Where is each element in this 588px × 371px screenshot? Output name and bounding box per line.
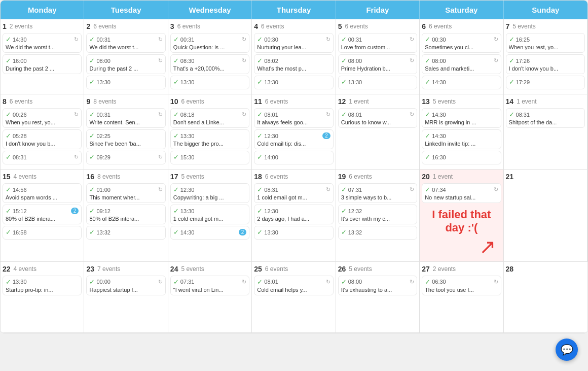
event-card[interactable]: ✓ 12:30Copywriting: a big ... (170, 183, 249, 203)
event-card[interactable]: ✓07:34↻No new startup sal... (422, 183, 501, 203)
event-card[interactable]: ✓ 13:30Startup pro-tip: in... (3, 276, 82, 295)
event-card[interactable]: ✓ 16:25When you rest, yo... (506, 33, 585, 53)
event-card[interactable]: ✓ 08:00↻Prime Hydration b... (338, 54, 417, 74)
day-cell-13: 135 events✓ 14:30MRR is growing in ...✓ … (420, 94, 503, 170)
repeat-icon: ↻ (410, 57, 414, 64)
event-time: ✓ 09:12 (89, 207, 111, 215)
event-card[interactable]: ✓ 12:302 days ago, I had a... (254, 205, 333, 224)
event-time: ✓ 00:00 (89, 278, 111, 286)
event-card[interactable]: ✓ 13:30 (86, 76, 165, 89)
event-card[interactable]: ✓ 00:31↻Love from custom... (338, 33, 417, 53)
event-time: ✓ 12:30 (173, 186, 195, 193)
event-card[interactable]: ✓ 00:00↻Happiest startup f... (86, 276, 165, 295)
event-card[interactable]: ✓ 08:31Shitpost of the da... (506, 108, 585, 128)
check-icon: ✓ (89, 186, 95, 193)
event-title: Don't send a Linke... (173, 119, 246, 125)
event-card[interactable]: ✓ 01:00↻This moment wher... (86, 183, 165, 203)
event-card[interactable]: ✓ 14:30↻We did the worst t... (3, 33, 82, 53)
event-card[interactable]: ✓ 09:29↻ (86, 151, 165, 164)
repeat-icon: ↻ (326, 36, 330, 43)
event-card[interactable]: ✓ 13:30 (254, 226, 333, 240)
repeat-icon: ↻ (242, 279, 246, 285)
event-card[interactable]: ✓ 07:31↻"I went viral on Lin... (170, 276, 249, 295)
events-count: 6 events (349, 173, 372, 180)
event-card[interactable]: ✓ 14:56Avoid spam words ... (3, 183, 82, 203)
check-icon: ✓ (509, 36, 514, 43)
event-card[interactable]: ✓ 15:30 (170, 151, 249, 164)
event-card[interactable]: ✓ 08:00↻It's exhausting to a... (338, 276, 417, 295)
event-card[interactable]: ✓ 02:25Since I've been 'ba... (86, 129, 165, 149)
day-cell-19: 196 events✓ 07:31↻3 simple ways to b...✓… (336, 170, 420, 262)
event-card[interactable]: ✓ 14:30 (422, 76, 501, 89)
event-card[interactable]: ✓ 12:32It's over with my c... (338, 205, 417, 224)
event-card[interactable]: ✓ 13:32 (338, 226, 417, 240)
event-card[interactable]: ✓ 09:1280% of B2B intera... (86, 205, 165, 224)
event-title: Sales and marketi... (425, 65, 498, 72)
event-card[interactable]: ✓ 08:01↻Curious to know w... (338, 108, 417, 128)
event-card[interactable]: ✓ 17:26I don't know you b... (506, 54, 585, 74)
check-icon: ✓ (425, 132, 430, 140)
events-count: 6 events (261, 23, 284, 30)
event-title: The tool you use f... (425, 287, 498, 293)
event-card[interactable]: ✓ 00:30↻Sometimes you cl... (422, 33, 501, 53)
event-card[interactable]: ✓ 08:31↻1 cold email got m... (254, 183, 333, 203)
event-card[interactable]: ✓ 13:30 (338, 76, 417, 89)
check-icon: ✓ (89, 228, 95, 236)
day-cell-7: 75 events✓ 16:25When you rest, yo...✓ 17… (504, 19, 587, 94)
check-icon: ✓ (173, 186, 179, 193)
event-card[interactable]: ✓ 05:28I don't know you b... (3, 129, 82, 149)
check-icon: ✓ (257, 278, 263, 286)
event-card[interactable]: ✓ 00:30↻Nurturing your lea... (254, 33, 333, 53)
day-number: 20 (422, 173, 430, 181)
event-card[interactable]: ✓ 13:301 cold email got m... (170, 205, 249, 224)
event-card[interactable]: ✓ 08:00↻During the past 2 ... (86, 54, 165, 74)
event-card[interactable]: ✓ 14:30LinkedIn invite tip: ... (422, 129, 501, 149)
check-icon: ✓ (6, 111, 11, 118)
event-card[interactable]: ✓ 12:302Cold email tip: dis... (254, 129, 333, 149)
event-card[interactable]: ✓ 08:18↻Don't send a Linke... (170, 108, 249, 128)
event-title: 1 cold email got m... (173, 216, 246, 222)
check-icon: ✓ (173, 57, 179, 64)
day-number: 17 (170, 173, 178, 181)
event-card[interactable]: ✓ 13:30 (170, 76, 249, 89)
event-card[interactable]: ✓ 17:29 (506, 76, 585, 89)
event-time: ✓ 13:30 (257, 78, 278, 86)
event-time: ✓ 16:00 (6, 57, 27, 64)
event-card[interactable]: ✓ 00:31↻Write content. Sen... (86, 108, 165, 128)
event-card[interactable]: ✓ 14:00 (254, 151, 333, 164)
event-card[interactable]: ✓ 08:01↻Cold email helps y... (254, 276, 333, 295)
day-number: 18 (254, 173, 262, 181)
event-badge: 2 (71, 208, 79, 214)
event-card[interactable]: ✓ 16:00During the past 2 ... (3, 54, 82, 74)
check-icon: ✓ (6, 36, 11, 43)
event-card[interactable]: ✓ 14:302 (170, 226, 249, 240)
event-time: ✓07:34 (425, 186, 446, 193)
event-card[interactable]: ✓ 08:02What's the most p... (254, 54, 333, 74)
day-number: 12 (338, 97, 346, 106)
event-card[interactable]: ✓ 16:30 (422, 151, 501, 164)
event-card[interactable]: ✓ 06:30↻The tool you use f... (422, 276, 501, 295)
event-card[interactable]: ✓ 13:30 (254, 76, 333, 89)
event-card[interactable]: ✓ 14:30MRR is growing in ... (422, 108, 501, 128)
day-number: 2 (86, 22, 90, 30)
day-number: 6 (422, 22, 426, 30)
event-card[interactable]: ✓ 00:26↻When you rest, yo... (3, 108, 82, 128)
check-icon: ✓ (341, 111, 347, 118)
check-icon: ✓ (425, 278, 430, 286)
header-day-saturday: Saturday (420, 1, 503, 19)
event-card[interactable]: ✓ 08:01↻It always feels goo... (254, 108, 333, 128)
event-card[interactable]: ✓ 08:30↻That's a +20,000%... (170, 54, 249, 74)
event-card[interactable]: ✓ 15:12280% of B2B intera... (3, 205, 82, 224)
event-card[interactable]: ✓ 13:30The bigger the pro... (170, 129, 249, 149)
event-card[interactable]: ✓ 08:00↻Sales and marketi... (422, 54, 501, 74)
event-card[interactable]: ✓ 00:31↻We did the worst t... (86, 33, 165, 53)
event-card[interactable]: ✓ 07:31↻3 simple ways to b... (338, 183, 417, 203)
check-icon: ✓ (173, 153, 179, 161)
day-number: 9 (86, 97, 90, 106)
event-card[interactable]: ✓ 00:31↻Quick Question: is ... (170, 33, 249, 53)
event-card[interactable]: ✓ 08:31↻ (3, 151, 82, 164)
repeat-icon: ↻ (326, 186, 330, 193)
event-time: ✓ 00:31 (341, 36, 362, 43)
event-card[interactable]: ✓ 16:58 (3, 226, 82, 240)
event-card[interactable]: ✓ 13:32 (86, 226, 165, 240)
